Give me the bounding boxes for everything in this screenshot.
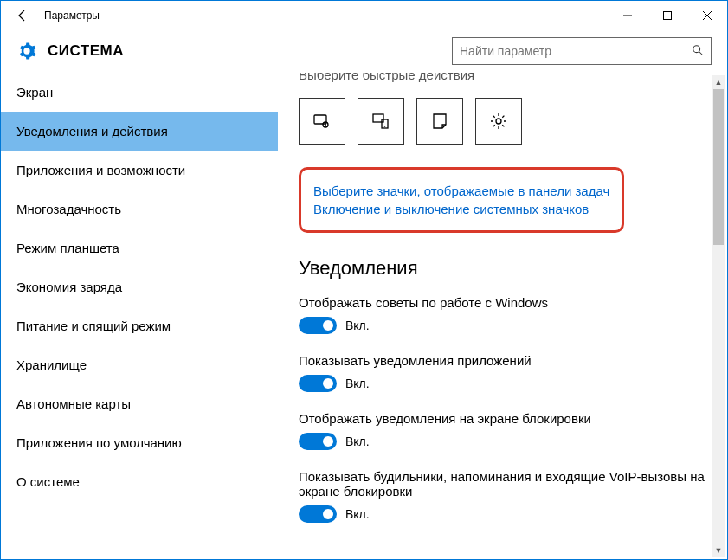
- sidebar-item-power[interactable]: Питание и спящий режим: [1, 306, 278, 345]
- sidebar-item-screen[interactable]: Экран: [1, 73, 278, 112]
- svg-rect-1: [664, 12, 672, 20]
- close-button[interactable]: [687, 1, 727, 30]
- toggle-app-notifications[interactable]: [299, 375, 337, 392]
- sidebar-item-defaults[interactable]: Приложения по умолчанию: [1, 423, 278, 462]
- maximize-button[interactable]: [647, 1, 687, 30]
- qa-tablet-mode[interactable]: [299, 98, 345, 145]
- header: СИСТЕМА: [1, 30, 727, 72]
- setting-label: Отображать уведомления на экране блокиро…: [299, 411, 706, 426]
- sidebar-item-multitasking[interactable]: Многозадачность: [1, 190, 278, 229]
- setting-windows-tips: Отображать советы по работе с Windows Вк…: [299, 295, 706, 334]
- gear-icon: [16, 41, 37, 61]
- link-taskbar-icons[interactable]: Выберите значки, отображаемые в панели з…: [313, 183, 609, 198]
- highlighted-links: Выберите значки, отображаемые в панели з…: [299, 167, 624, 233]
- svg-point-10: [384, 126, 386, 127]
- search-input[interactable]: [460, 44, 692, 58]
- page-title: СИСТЕМА: [48, 42, 124, 60]
- setting-label: Показывать будильники, напоминания и вхо…: [299, 469, 706, 499]
- body: Экран Уведомления и действия Приложения …: [1, 72, 727, 559]
- sidebar-item-storage[interactable]: Хранилище: [1, 345, 278, 384]
- setting-lockscreen-notifications: Отображать уведомления на экране блокиро…: [299, 411, 706, 450]
- link-system-icons[interactable]: Включение и выключение системных значков: [313, 202, 609, 216]
- svg-point-4: [693, 45, 700, 52]
- sidebar-item-notifications[interactable]: Уведомления и действия: [1, 112, 278, 151]
- search-icon: [692, 44, 704, 59]
- setting-label: Показывать уведомления приложений: [299, 353, 706, 368]
- scrollbar-up-icon[interactable]: ▲: [712, 75, 725, 89]
- search-box[interactable]: [452, 37, 712, 65]
- qa-note[interactable]: [416, 98, 463, 145]
- quick-actions: [299, 98, 706, 145]
- titlebar: Параметры: [1, 1, 727, 30]
- content: Выберите быстрые действия Выберите значк…: [278, 73, 727, 559]
- setting-app-notifications: Показывать уведомления приложений Вкл.: [299, 353, 706, 392]
- toggle-windows-tips[interactable]: [299, 317, 337, 334]
- sidebar-item-about[interactable]: О системе: [1, 462, 278, 501]
- window-title: Параметры: [37, 10, 100, 22]
- toggle-state: Вкл.: [345, 507, 370, 521]
- toggle-state: Вкл.: [345, 434, 370, 448]
- sidebar-item-maps[interactable]: Автономные карты: [1, 384, 278, 423]
- window-controls: [608, 1, 727, 30]
- qa-settings[interactable]: [475, 98, 522, 145]
- cutoff-heading: Выберите быстрые действия: [299, 73, 706, 82]
- toggle-alarms-voip[interactable]: [299, 505, 337, 523]
- qa-project[interactable]: [358, 98, 404, 145]
- sidebar-item-battery[interactable]: Экономия заряда: [1, 267, 278, 306]
- setting-label: Отображать советы по работе с Windows: [299, 295, 706, 310]
- svg-line-5: [699, 51, 703, 55]
- settings-window: Параметры СИСТЕМА Экран Увед: [0, 0, 728, 560]
- scrollbar-down-icon[interactable]: ▼: [712, 544, 725, 557]
- section-notifications-title: Уведомления: [299, 257, 706, 280]
- svg-point-11: [496, 119, 501, 124]
- minimize-button[interactable]: [608, 1, 647, 30]
- back-button[interactable]: [8, 1, 37, 30]
- scrollbar-thumb[interactable]: [713, 89, 724, 245]
- toggle-state: Вкл.: [345, 377, 370, 390]
- sidebar-item-tablet[interactable]: Режим планшета: [1, 229, 278, 267]
- sidebar-item-apps[interactable]: Приложения и возможности: [1, 151, 278, 190]
- scrollbar[interactable]: ▲ ▼: [712, 75, 725, 557]
- sidebar: Экран Уведомления и действия Приложения …: [1, 73, 278, 559]
- toggle-lockscreen-notifications[interactable]: [299, 433, 337, 450]
- toggle-state: Вкл.: [345, 319, 370, 332]
- setting-alarms-voip: Показывать будильники, напоминания и вхо…: [299, 469, 706, 523]
